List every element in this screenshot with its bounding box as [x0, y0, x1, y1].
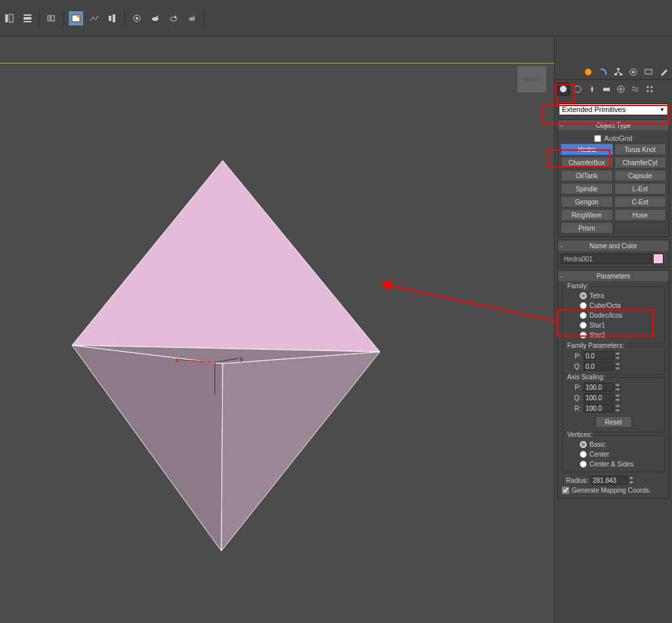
svg-marker-45 [380, 280, 392, 291]
svg-rect-1 [9, 14, 13, 22]
hose-button[interactable]: Hose [614, 209, 667, 221]
toolbar-icon-4[interactable] [68, 10, 84, 26]
cext-button[interactable]: C-Ext [614, 196, 667, 208]
as-r-input[interactable] [584, 404, 614, 413]
geometry-tab-icon[interactable] [557, 83, 570, 96]
parameters-rollout: Parameters Family: Tetra Cube/Octa Dodec… [557, 270, 669, 499]
toolbar-icon-1[interactable] [1, 10, 17, 26]
autogrid-checkbox[interactable] [594, 135, 601, 142]
torusknot-button[interactable]: Torus Knot [614, 143, 667, 155]
toolbar-icon-8[interactable] [147, 10, 163, 26]
name-color-header[interactable]: Name and Color [558, 240, 669, 251]
radius-down[interactable]: ▼ [628, 480, 635, 485]
dodecicos-label: Dodec/Icos [589, 312, 622, 319]
hedra-button[interactable]: Hedra [561, 143, 613, 155]
genmapping-checkbox[interactable] [562, 487, 569, 494]
as-q-input[interactable] [584, 393, 614, 402]
svg-rect-9 [113, 14, 115, 22]
fp-p-input[interactable] [584, 351, 614, 360]
top-toolbar [0, 0, 672, 37]
star1-radio[interactable] [580, 322, 587, 329]
as-p-input[interactable] [584, 383, 614, 392]
lext-button[interactable]: L-Ext [614, 183, 667, 195]
toolbar-icon-7[interactable] [129, 10, 145, 26]
object-type-rollout: Object Type AutoGrid Hedra Torus Knot Ch… [557, 119, 669, 237]
family-params-group: Family Parameters: P: ▲▼ Q: ▲▼ [562, 346, 665, 375]
category-dropdown[interactable]: Extended Primitives [559, 104, 668, 115]
capsule-button[interactable]: Capsule [614, 170, 667, 181]
reset-button[interactable]: Reset [595, 416, 632, 428]
centersides-radio[interactable] [580, 461, 587, 468]
fp-p-up[interactable]: ▲ [614, 351, 621, 356]
center-radio[interactable] [580, 451, 587, 458]
as-r-down[interactable]: ▼ [614, 408, 621, 413]
dodecicos-radio[interactable] [580, 312, 587, 319]
cubeocta-label: Cube/Octa [589, 302, 621, 309]
svg-rect-13 [157, 16, 158, 18]
name-color-rollout: Name and Color [557, 240, 669, 267]
command-panel: Extended Primitives Object Type AutoGrid… [554, 37, 672, 623]
family-params-title: Family Parameters: [565, 342, 626, 349]
ringwave-button[interactable]: RingWave [561, 209, 613, 221]
toolbar-icon-5[interactable] [86, 10, 102, 26]
gengon-button[interactable]: Gengon [561, 196, 613, 208]
family-group: Family: Tetra Cube/Octa Dodec/Icos Star1… [562, 286, 665, 343]
hierarchy-tab-icon[interactable] [611, 66, 625, 79]
radius-up[interactable]: ▲ [628, 476, 635, 480]
cubeocta-radio[interactable] [580, 302, 587, 309]
object-type-header[interactable]: Object Type [558, 120, 669, 130]
fp-q-input[interactable] [584, 362, 614, 371]
hedra-object[interactable] [39, 142, 393, 561]
chamfercyl-button[interactable]: ChamferCyl [614, 157, 667, 168]
as-p-down[interactable]: ▼ [614, 387, 621, 392]
object-button-grid: Hedra Torus Knot ChamferBox ChamferCyl O… [561, 143, 666, 234]
as-p-up[interactable]: ▲ [614, 383, 621, 387]
family-group-title: Family: [565, 282, 590, 290]
chamferbox-button[interactable]: ChamferBox [561, 157, 613, 168]
toolbar-icon-3[interactable] [44, 10, 60, 26]
create-tab-icon[interactable] [581, 66, 595, 79]
lights-tab-icon[interactable] [586, 83, 599, 96]
svg-rect-4 [24, 21, 31, 22]
basic-radio[interactable] [580, 441, 587, 448]
axis-scaling-title: Axis Scaling: [565, 373, 607, 381]
motion-tab-icon[interactable] [626, 66, 641, 79]
fp-q-down[interactable]: ▼ [614, 366, 621, 371]
fp-p-down[interactable]: ▼ [614, 356, 621, 360]
axis-scaling-group: Axis Scaling: P: ▲▼ Q: ▲▼ R: ▲▼ Reset [562, 377, 665, 432]
prism-button[interactable]: Prism [561, 222, 613, 234]
viewport[interactable]: FRONT x y [0, 63, 554, 623]
vertices-group: Vertices: Basic Center Center & Sides [562, 435, 665, 472]
modify-tab-icon[interactable] [596, 66, 610, 79]
tetra-radio[interactable] [580, 292, 587, 299]
toolbar-icon-9[interactable] [166, 10, 181, 26]
object-color-swatch[interactable] [653, 254, 663, 264]
spacewarps-tab-icon[interactable] [629, 83, 642, 96]
utilities-tab-icon[interactable] [656, 66, 671, 79]
spindle-button[interactable]: Spindle [561, 183, 613, 195]
svg-point-33 [632, 71, 635, 73]
star2-radio[interactable] [580, 331, 587, 339]
svg-rect-7 [77, 15, 80, 18]
toolbar-icon-2[interactable] [20, 10, 35, 26]
shapes-tab-icon[interactable] [571, 83, 584, 96]
fp-q-up[interactable]: ▲ [614, 362, 621, 366]
fp-q-label: Q: [572, 363, 581, 370]
toolbar-icon-10[interactable] [184, 10, 200, 26]
as-q-up[interactable]: ▲ [614, 393, 621, 398]
systems-tab-icon[interactable] [643, 83, 656, 96]
object-name-input[interactable] [561, 254, 652, 264]
viewcube-icon[interactable]: FRONT [517, 66, 546, 92]
helpers-tab-icon[interactable] [614, 83, 627, 96]
cameras-tab-icon[interactable] [600, 83, 613, 96]
as-q-down[interactable]: ▼ [614, 398, 621, 402]
parameters-header[interactable]: Parameters [558, 271, 669, 281]
as-r-up[interactable]: ▲ [614, 404, 621, 408]
vertices-title: Vertices: [565, 431, 594, 438]
display-tab-icon[interactable] [641, 66, 656, 79]
oiltank-button[interactable]: OilTank [561, 170, 613, 181]
svg-rect-34 [645, 69, 652, 74]
radius-input[interactable] [591, 476, 627, 485]
toolbar-icon-6[interactable] [105, 10, 121, 26]
as-q-label: Q: [572, 394, 581, 402]
